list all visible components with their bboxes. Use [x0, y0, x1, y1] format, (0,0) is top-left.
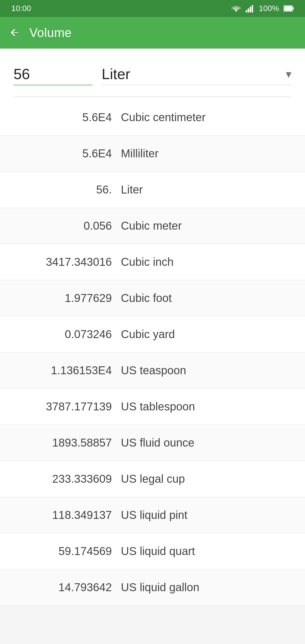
result-value: 56.	[14, 183, 121, 196]
status-time: 10:00	[11, 4, 31, 13]
svg-rect-6	[284, 6, 292, 11]
svg-rect-3	[252, 5, 253, 12]
result-unit: Cubic yard	[121, 328, 291, 341]
result-row[interactable]: 5.6E4Cubic centimeter	[0, 99, 305, 136]
result-row[interactable]: 14.793642US liquid gallon	[0, 569, 305, 606]
result-value: 118.349137	[14, 509, 121, 521]
result-row[interactable]: 5.6E4Milliliter	[0, 136, 305, 172]
page-title: Volume	[29, 26, 72, 40]
result-unit: US liquid quart	[121, 545, 291, 558]
result-value: 3787.177139	[14, 400, 121, 413]
main-divider	[14, 97, 291, 97]
result-value: 1893.58857	[14, 436, 121, 449]
signal-icon	[246, 5, 254, 12]
svg-rect-2	[250, 7, 251, 12]
result-unit: US fluid ounce	[121, 436, 291, 449]
result-unit: Milliliter	[121, 147, 291, 160]
svg-rect-0	[246, 10, 247, 12]
result-value: 3417.343016	[14, 256, 121, 268]
result-value: 0.056	[14, 219, 121, 232]
status-bar: 10:00 100%	[0, 0, 305, 17]
result-unit: US liquid gallon	[121, 581, 291, 594]
number-input[interactable]	[14, 66, 93, 82]
result-row[interactable]: 118.349137US liquid pint	[0, 497, 305, 533]
svg-rect-1	[248, 8, 249, 12]
result-row[interactable]: 0.073246Cubic yard	[0, 316, 305, 353]
result-row[interactable]: 3417.343016Cubic inch	[0, 244, 305, 280]
result-value: 0.073246	[14, 328, 121, 341]
result-value: 5.6E4	[14, 147, 121, 160]
result-unit: Cubic meter	[121, 219, 291, 232]
result-value: 14.793642	[14, 581, 121, 594]
result-unit: Liter	[121, 183, 291, 196]
result-row[interactable]: 1.977629Cubic foot	[0, 280, 305, 316]
result-row[interactable]: 0.056Cubic meter	[0, 208, 305, 244]
result-row[interactable]: 56.Liter	[0, 172, 305, 208]
svg-rect-5	[293, 7, 294, 10]
result-unit: Cubic centimeter	[121, 111, 291, 124]
toolbar: Volume	[0, 17, 305, 49]
result-unit: Cubic inch	[121, 256, 291, 268]
result-unit: US teaspoon	[121, 364, 291, 377]
result-row[interactable]: 3787.177139US tablespoon	[0, 389, 305, 425]
chevron-down-icon: ▾	[286, 68, 291, 80]
result-row[interactable]: 1.136153E4US teaspoon	[0, 353, 305, 389]
results-list: 5.6E4Cubic centimeter5.6E4Milliliter56.L…	[0, 99, 305, 606]
input-area: Liter ▾	[0, 49, 305, 99]
result-unit: US legal cup	[121, 473, 291, 485]
result-value: 5.6E4	[14, 111, 121, 124]
result-row[interactable]: 59.174569US liquid quart	[0, 533, 305, 569]
result-unit: US tablespoon	[121, 400, 291, 413]
battery-icon	[284, 5, 294, 12]
result-unit: Cubic foot	[121, 292, 291, 304]
number-input-wrapper[interactable]	[14, 66, 93, 85]
result-value: 1.136153E4	[14, 364, 121, 377]
unit-dropdown-label: Liter	[102, 66, 130, 82]
battery-percent: 100%	[259, 4, 279, 13]
result-unit: US liquid pint	[121, 509, 291, 521]
result-value: 233.333609	[14, 473, 121, 485]
wifi-icon	[231, 5, 241, 12]
input-row: Liter ▾	[14, 66, 291, 85]
result-row[interactable]: 233.333609US legal cup	[0, 461, 305, 497]
result-value: 59.174569	[14, 545, 121, 558]
result-value: 1.977629	[14, 292, 121, 304]
unit-dropdown[interactable]: Liter ▾	[102, 66, 291, 85]
result-row[interactable]: 1893.58857US fluid ounce	[0, 425, 305, 461]
back-button[interactable]	[9, 27, 20, 38]
status-icons: 100%	[231, 4, 294, 13]
